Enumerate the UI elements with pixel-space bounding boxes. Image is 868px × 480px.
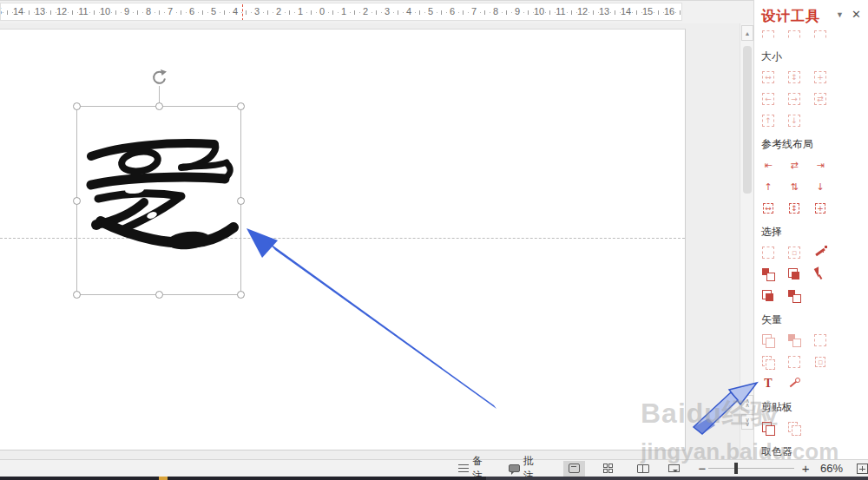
panel-title: 设计工具 [761, 9, 820, 23]
ruler-dot [675, 12, 676, 13]
select-small-shapes-icon[interactable] [761, 289, 775, 303]
magic-wand-icon[interactable] [813, 246, 827, 260]
clipboard-paste-icon[interactable] [787, 421, 801, 435]
icon-grid: ▫ [761, 246, 868, 303]
selected-textbox[interactable]: 爱 [76, 106, 241, 295]
select-all-icon[interactable] [761, 246, 775, 260]
slideshow-button[interactable] [663, 461, 686, 477]
fit-to-window-icon[interactable] [857, 464, 868, 474]
resize-handle-bottom-right[interactable] [237, 291, 245, 299]
ruler-number: 8 [493, 6, 498, 16]
ruler-number: 7 [471, 6, 477, 16]
ruler-row: 1514131211109876543210123456789101112131… [0, 0, 753, 23]
ruler-number: 4 [233, 6, 238, 16]
unify-height-icon[interactable]: ↕ [787, 70, 801, 84]
slide[interactable]: 爱 [0, 29, 686, 450]
edit-vertex-pen-icon[interactable] [787, 377, 801, 391]
resize-handle-bottom-left[interactable] [73, 291, 81, 299]
ruler-dot [46, 12, 47, 13]
increase-height-icon[interactable]: ↓ [787, 114, 801, 128]
text-to-vector-icon[interactable]: T [761, 377, 775, 391]
resize-handle-bottom-center[interactable] [155, 291, 163, 299]
boolean-subtract-icon[interactable] [787, 355, 801, 369]
zoom-percentage[interactable]: 66% [820, 462, 843, 475]
zoom-slider-track[interactable] [708, 468, 794, 469]
ruler-number: 11 [556, 6, 565, 16]
ruler-tick [289, 10, 290, 15]
clipboard-copy-icon[interactable] [761, 421, 775, 435]
unify-size-icon[interactable]: + [813, 70, 827, 84]
zoom-in-button[interactable]: + [799, 461, 812, 476]
pointer-cursor-icon[interactable] [813, 267, 827, 281]
ruler-tick [615, 10, 615, 15]
decrease-width-icon[interactable]: ← [761, 92, 775, 106]
ruler-number: 3 [385, 6, 390, 16]
ruler-dot [198, 12, 199, 13]
guide-margin-horizontal-icon[interactable]: ↔ [761, 201, 775, 215]
chevron-down-icon[interactable]: ▼ [836, 10, 844, 19]
ruler-dot [654, 12, 654, 13]
select-filled-icon[interactable] [787, 267, 801, 281]
zoom-out-button[interactable]: − [696, 461, 708, 476]
decrease-height-icon[interactable]: ↑ [761, 114, 775, 128]
rotate-handle[interactable] [149, 69, 168, 88]
ruler-tick [267, 10, 268, 15]
boolean-intersect-icon[interactable] [787, 333, 801, 347]
ruler-dot [620, 12, 621, 13]
ruler-dot [446, 12, 447, 13]
shape-fragment-small-icon[interactable]: ▫ [813, 355, 827, 369]
unify-width-icon[interactable]: ↔ [761, 70, 775, 84]
section-label-参考线布局: 参考线布局 [761, 137, 868, 152]
ruler-dot [545, 12, 546, 13]
guide-align-top-icon[interactable]: ↑ [761, 180, 775, 194]
app-window: 1514131211109876543210123456789101112131… [0, 0, 868, 480]
next-slide-button[interactable]: ∨∨ [741, 414, 753, 430]
increase-width-icon[interactable]: → [787, 92, 801, 106]
icon-grid: ⇤⇄⇥↑⇅↓↔↕+ [761, 158, 868, 215]
close-icon[interactable]: ✕ [852, 8, 861, 21]
guide-margin-all-icon[interactable]: + [813, 201, 827, 215]
ruler-dot [415, 12, 416, 13]
section-label-选择: 选择 [761, 225, 868, 240]
ruler-number: 10 [534, 6, 544, 16]
ruler-dot [220, 12, 220, 13]
ruler-dot [458, 12, 459, 13]
ruler-dot [511, 12, 512, 13]
icon-grid: ▫T [761, 333, 868, 391]
boolean-fragment-icon[interactable] [761, 355, 775, 369]
resize-handle-top-right[interactable] [237, 102, 245, 110]
guide-center-horizontal-icon[interactable]: ⇄ [787, 158, 801, 172]
normal-view-button[interactable] [563, 461, 586, 477]
ruler-dot [589, 12, 589, 13]
ruler-tick [680, 10, 681, 15]
select-same-format-icon[interactable] [761, 267, 775, 281]
reading-view-button[interactable] [632, 461, 654, 477]
ruler-dot [338, 12, 339, 13]
ruler-number: 16 [664, 6, 674, 16]
scroll-up-button[interactable]: ▲ [741, 25, 753, 41]
ruler-dot [468, 12, 469, 13]
resize-handle-top-center[interactable] [155, 102, 163, 110]
guide-align-left-icon[interactable]: ⇤ [761, 158, 775, 172]
select-overlap-icon[interactable] [787, 289, 801, 303]
boolean-union-icon[interactable] [761, 333, 775, 347]
normal-view-icon [569, 464, 580, 473]
swap-width-height-icon[interactable]: ⇄ [813, 92, 827, 106]
zoom-slider-thumb[interactable] [734, 463, 738, 474]
guide-center-vertical-icon[interactable]: ⇅ [787, 180, 801, 194]
resize-handle-top-left[interactable] [73, 102, 81, 110]
boolean-combine-icon[interactable] [813, 333, 827, 347]
ruler-tick [636, 10, 637, 15]
guide-align-bottom-icon[interactable]: ↓ [813, 180, 827, 194]
scrollbar-thumb[interactable] [743, 46, 752, 194]
resize-handle-middle-left[interactable] [73, 197, 81, 205]
ruler-dot [186, 12, 187, 13]
select-group-icon[interactable]: ▫ [787, 246, 801, 260]
canvas-vertical-scrollbar[interactable]: ▲ ∧∧ ∨∨ [740, 23, 753, 480]
ruler-number: 11 [78, 6, 88, 16]
guide-margin-vertical-icon[interactable]: ↕ [787, 201, 801, 215]
guide-align-right-icon[interactable]: ⇥ [813, 158, 827, 172]
ruler-dot [121, 12, 122, 13]
previous-slide-button[interactable]: ∧∧ [741, 395, 753, 411]
slide-sorter-view-button[interactable] [597, 461, 620, 477]
